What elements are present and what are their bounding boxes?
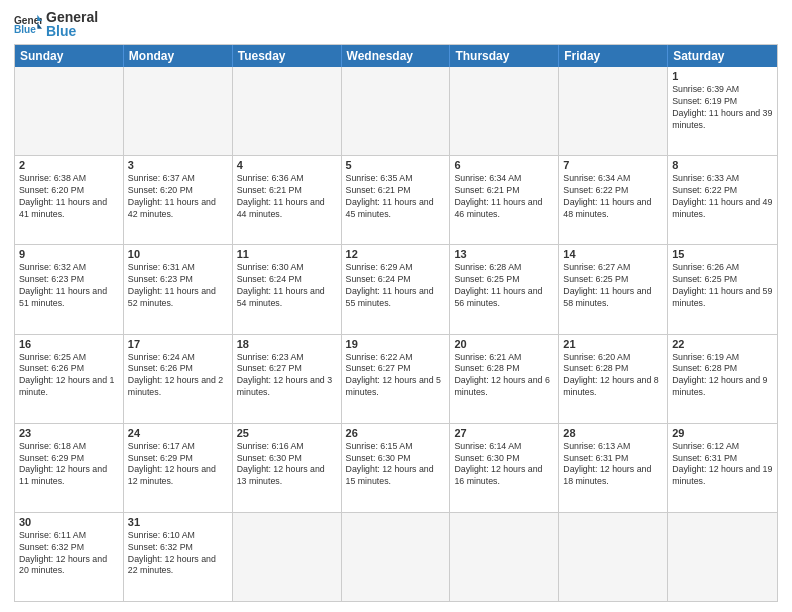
day-number: 26: [346, 427, 446, 439]
calendar-row-3: 16Sunrise: 6:25 AMSunset: 6:26 PMDayligh…: [15, 334, 777, 423]
day-number: 22: [672, 338, 773, 350]
day-number: 20: [454, 338, 554, 350]
day-number: 4: [237, 159, 337, 171]
day-number: 30: [19, 516, 119, 528]
day-number: 13: [454, 248, 554, 260]
cell-info: Sunrise: 6:35 AMSunset: 6:21 PMDaylight:…: [346, 173, 446, 221]
calendar-cell-empty-5-6: [668, 513, 777, 601]
logo: General Blue General Blue: [14, 10, 98, 38]
day-number: 1: [672, 70, 773, 82]
cell-info: Sunrise: 6:25 AMSunset: 6:26 PMDaylight:…: [19, 352, 119, 400]
calendar-cell-empty-5-2: [233, 513, 342, 601]
cell-info: Sunrise: 6:27 AMSunset: 6:25 PMDaylight:…: [563, 262, 663, 310]
cell-info: Sunrise: 6:38 AMSunset: 6:20 PMDaylight:…: [19, 173, 119, 221]
cell-info: Sunrise: 6:31 AMSunset: 6:23 PMDaylight:…: [128, 262, 228, 310]
cell-info: Sunrise: 6:30 AMSunset: 6:24 PMDaylight:…: [237, 262, 337, 310]
calendar-cell-empty-0-0: [15, 67, 124, 155]
calendar-cell-2: 2Sunrise: 6:38 AMSunset: 6:20 PMDaylight…: [15, 156, 124, 244]
svg-text:Blue: Blue: [14, 24, 36, 35]
calendar-row-2: 9Sunrise: 6:32 AMSunset: 6:23 PMDaylight…: [15, 244, 777, 333]
day-number: 31: [128, 516, 228, 528]
day-number: 29: [672, 427, 773, 439]
calendar-row-4: 23Sunrise: 6:18 AMSunset: 6:29 PMDayligh…: [15, 423, 777, 512]
calendar-cell-empty-0-5: [559, 67, 668, 155]
day-number: 27: [454, 427, 554, 439]
calendar-cell-1: 1Sunrise: 6:39 AMSunset: 6:19 PMDaylight…: [668, 67, 777, 155]
calendar-cell-25: 25Sunrise: 6:16 AMSunset: 6:30 PMDayligh…: [233, 424, 342, 512]
day-number: 25: [237, 427, 337, 439]
header-day-sunday: Sunday: [15, 45, 124, 67]
cell-info: Sunrise: 6:15 AMSunset: 6:30 PMDaylight:…: [346, 441, 446, 489]
day-number: 6: [454, 159, 554, 171]
day-number: 17: [128, 338, 228, 350]
header-day-tuesday: Tuesday: [233, 45, 342, 67]
calendar-cell-28: 28Sunrise: 6:13 AMSunset: 6:31 PMDayligh…: [559, 424, 668, 512]
calendar-cell-31: 31Sunrise: 6:10 AMSunset: 6:32 PMDayligh…: [124, 513, 233, 601]
day-number: 24: [128, 427, 228, 439]
calendar-cell-7: 7Sunrise: 6:34 AMSunset: 6:22 PMDaylight…: [559, 156, 668, 244]
day-number: 8: [672, 159, 773, 171]
calendar-cell-12: 12Sunrise: 6:29 AMSunset: 6:24 PMDayligh…: [342, 245, 451, 333]
header-day-friday: Friday: [559, 45, 668, 67]
calendar-body: 1Sunrise: 6:39 AMSunset: 6:19 PMDaylight…: [15, 67, 777, 601]
day-number: 5: [346, 159, 446, 171]
cell-info: Sunrise: 6:23 AMSunset: 6:27 PMDaylight:…: [237, 352, 337, 400]
calendar-cell-14: 14Sunrise: 6:27 AMSunset: 6:25 PMDayligh…: [559, 245, 668, 333]
day-number: 18: [237, 338, 337, 350]
cell-info: Sunrise: 6:39 AMSunset: 6:19 PMDaylight:…: [672, 84, 773, 132]
calendar-cell-15: 15Sunrise: 6:26 AMSunset: 6:25 PMDayligh…: [668, 245, 777, 333]
cell-info: Sunrise: 6:28 AMSunset: 6:25 PMDaylight:…: [454, 262, 554, 310]
calendar-cell-22: 22Sunrise: 6:19 AMSunset: 6:28 PMDayligh…: [668, 335, 777, 423]
cell-info: Sunrise: 6:13 AMSunset: 6:31 PMDaylight:…: [563, 441, 663, 489]
day-number: 28: [563, 427, 663, 439]
cell-info: Sunrise: 6:36 AMSunset: 6:21 PMDaylight:…: [237, 173, 337, 221]
cell-info: Sunrise: 6:24 AMSunset: 6:26 PMDaylight:…: [128, 352, 228, 400]
day-number: 7: [563, 159, 663, 171]
cell-info: Sunrise: 6:12 AMSunset: 6:31 PMDaylight:…: [672, 441, 773, 489]
calendar-cell-empty-5-5: [559, 513, 668, 601]
calendar: SundayMondayTuesdayWednesdayThursdayFrid…: [14, 44, 778, 602]
calendar-cell-24: 24Sunrise: 6:17 AMSunset: 6:29 PMDayligh…: [124, 424, 233, 512]
header-day-wednesday: Wednesday: [342, 45, 451, 67]
calendar-cell-5: 5Sunrise: 6:35 AMSunset: 6:21 PMDaylight…: [342, 156, 451, 244]
cell-info: Sunrise: 6:14 AMSunset: 6:30 PMDaylight:…: [454, 441, 554, 489]
header-day-saturday: Saturday: [668, 45, 777, 67]
cell-info: Sunrise: 6:33 AMSunset: 6:22 PMDaylight:…: [672, 173, 773, 221]
calendar-cell-19: 19Sunrise: 6:22 AMSunset: 6:27 PMDayligh…: [342, 335, 451, 423]
calendar-cell-empty-5-3: [342, 513, 451, 601]
calendar-cell-18: 18Sunrise: 6:23 AMSunset: 6:27 PMDayligh…: [233, 335, 342, 423]
cell-info: Sunrise: 6:32 AMSunset: 6:23 PMDaylight:…: [19, 262, 119, 310]
cell-info: Sunrise: 6:37 AMSunset: 6:20 PMDaylight:…: [128, 173, 228, 221]
calendar-row-5: 30Sunrise: 6:11 AMSunset: 6:32 PMDayligh…: [15, 512, 777, 601]
day-number: 16: [19, 338, 119, 350]
calendar-cell-8: 8Sunrise: 6:33 AMSunset: 6:22 PMDaylight…: [668, 156, 777, 244]
calendar-cell-17: 17Sunrise: 6:24 AMSunset: 6:26 PMDayligh…: [124, 335, 233, 423]
calendar-cell-20: 20Sunrise: 6:21 AMSunset: 6:28 PMDayligh…: [450, 335, 559, 423]
day-number: 11: [237, 248, 337, 260]
calendar-cell-21: 21Sunrise: 6:20 AMSunset: 6:28 PMDayligh…: [559, 335, 668, 423]
calendar-cell-30: 30Sunrise: 6:11 AMSunset: 6:32 PMDayligh…: [15, 513, 124, 601]
day-number: 10: [128, 248, 228, 260]
calendar-cell-10: 10Sunrise: 6:31 AMSunset: 6:23 PMDayligh…: [124, 245, 233, 333]
cell-info: Sunrise: 6:20 AMSunset: 6:28 PMDaylight:…: [563, 352, 663, 400]
calendar-row-0: 1Sunrise: 6:39 AMSunset: 6:19 PMDaylight…: [15, 67, 777, 155]
cell-info: Sunrise: 6:10 AMSunset: 6:32 PMDaylight:…: [128, 530, 228, 578]
header-day-thursday: Thursday: [450, 45, 559, 67]
generalblue-logo-icon: General Blue: [14, 13, 42, 35]
calendar-cell-29: 29Sunrise: 6:12 AMSunset: 6:31 PMDayligh…: [668, 424, 777, 512]
calendar-cell-empty-0-4: [450, 67, 559, 155]
cell-info: Sunrise: 6:19 AMSunset: 6:28 PMDaylight:…: [672, 352, 773, 400]
calendar-cell-empty-0-3: [342, 67, 451, 155]
day-number: 15: [672, 248, 773, 260]
day-number: 21: [563, 338, 663, 350]
calendar-header: SundayMondayTuesdayWednesdayThursdayFrid…: [15, 45, 777, 67]
calendar-cell-3: 3Sunrise: 6:37 AMSunset: 6:20 PMDaylight…: [124, 156, 233, 244]
calendar-cell-11: 11Sunrise: 6:30 AMSunset: 6:24 PMDayligh…: [233, 245, 342, 333]
cell-info: Sunrise: 6:34 AMSunset: 6:21 PMDaylight:…: [454, 173, 554, 221]
cell-info: Sunrise: 6:22 AMSunset: 6:27 PMDaylight:…: [346, 352, 446, 400]
cell-info: Sunrise: 6:29 AMSunset: 6:24 PMDaylight:…: [346, 262, 446, 310]
calendar-cell-6: 6Sunrise: 6:34 AMSunset: 6:21 PMDaylight…: [450, 156, 559, 244]
calendar-cell-13: 13Sunrise: 6:28 AMSunset: 6:25 PMDayligh…: [450, 245, 559, 333]
calendar-cell-16: 16Sunrise: 6:25 AMSunset: 6:26 PMDayligh…: [15, 335, 124, 423]
calendar-cell-26: 26Sunrise: 6:15 AMSunset: 6:30 PMDayligh…: [342, 424, 451, 512]
